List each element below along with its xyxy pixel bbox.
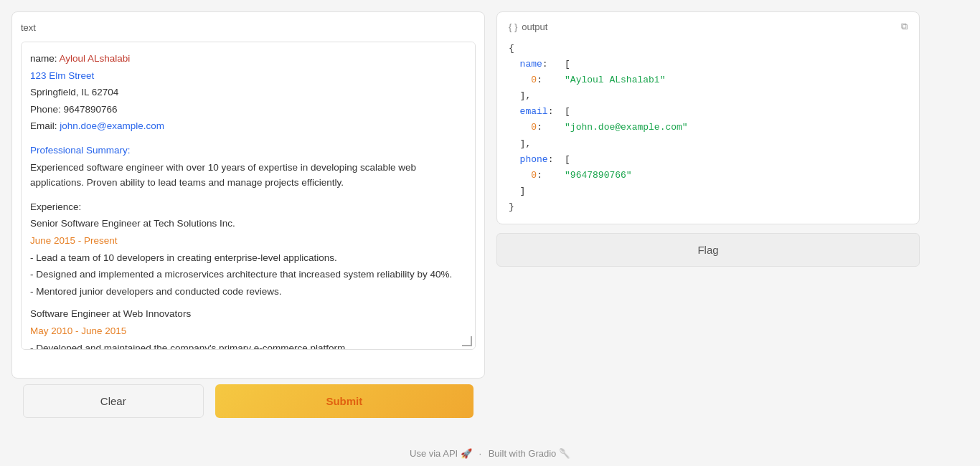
output-box: { } output ⧉ { name: [ 0: "Ayloul ALshal… — [496, 11, 920, 224]
job1-bullet1: - Lead a team of 10 developers in creati… — [30, 250, 466, 266]
json-line-3: 0: "Ayloul ALshalabi" — [509, 72, 908, 88]
name-label: name: — [30, 53, 60, 64]
name-line: name: Ayloul ALshalabi — [30, 51, 466, 67]
output-header: { } output ⧉ — [509, 21, 908, 32]
rocket-icon: 🚀 — [461, 448, 472, 459]
email-line: Email: john.doe@example.com — [30, 118, 466, 134]
footer: Use via API 🚀 · Built with Gradio 🥄 — [0, 441, 980, 466]
flag-button[interactable]: Flag — [496, 233, 920, 267]
json-line-7: ], — [509, 136, 908, 152]
json-line-10: ] — [509, 184, 908, 199]
phone-line: Phone: 9647890766 — [30, 102, 466, 118]
experience-heading: Experience: — [30, 199, 466, 215]
json-line-11: } — [509, 199, 908, 215]
email-label: Email: — [30, 120, 60, 131]
text-input-area[interactable]: name: Ayloul ALshalabi 123 Elm Street Sp… — [21, 42, 476, 350]
prof-summary-body: Experienced software engineer with over … — [30, 160, 466, 191]
email-value: john.doe@example.com — [60, 120, 164, 131]
built-text: Built with Gradio — [489, 448, 557, 459]
button-row: Clear Submit — [11, 379, 485, 429]
job1-bullet2: - Designed and implemented a microservic… — [30, 267, 466, 282]
json-line-6: 0: "john.doe@example.com" — [509, 120, 908, 135]
job1-date: June 2015 - Present — [30, 233, 466, 249]
job1-bullet3: - Mentored junior developers and conduct… — [30, 284, 466, 300]
text-input-panel: text name: Ayloul ALshalabi 123 Elm Stre… — [11, 11, 485, 379]
name-value: Ayloul ALshalabi — [60, 53, 131, 64]
output-label: output — [522, 22, 547, 32]
json-line-9: 0: "9647890766" — [509, 168, 908, 184]
job2-title: Software Engineer at Web Innovators — [30, 306, 466, 322]
address-line1: 123 Elm Street — [30, 68, 466, 84]
job1-title: Senior Software Engineer at Tech Solutio… — [30, 216, 466, 232]
right-panel: { } output ⧉ { name: [ 0: "Ayloul ALshal… — [496, 11, 920, 429]
json-line-1: { — [509, 41, 908, 57]
clear-button[interactable]: Clear — [23, 384, 204, 418]
output-title: { } output — [509, 22, 547, 32]
json-line-8: phone: [ — [509, 152, 908, 168]
job2-date: May 2010 - June 2015 — [30, 323, 466, 339]
prof-summary-heading: Professional Summary: — [30, 143, 466, 158]
json-output: { name: [ 0: "Ayloul ALshalabi" ], email… — [509, 41, 908, 215]
curly-braces-icon: { } — [509, 22, 517, 32]
address-line2: Springfield, IL 62704 — [30, 85, 466, 100]
api-text: Use via API — [410, 448, 458, 459]
json-line-4: ], — [509, 88, 908, 104]
copy-icon[interactable]: ⧉ — [901, 21, 908, 32]
json-line-2: name: [ — [509, 57, 908, 72]
footer-dot: · — [479, 448, 481, 459]
submit-button[interactable]: Submit — [215, 384, 473, 418]
gradio-icon: 🥄 — [559, 448, 570, 459]
json-line-5: email: [ — [509, 104, 908, 120]
job2-bullet1: - Developed and maintained the company's… — [30, 341, 466, 351]
panel-label: text — [21, 21, 476, 36]
